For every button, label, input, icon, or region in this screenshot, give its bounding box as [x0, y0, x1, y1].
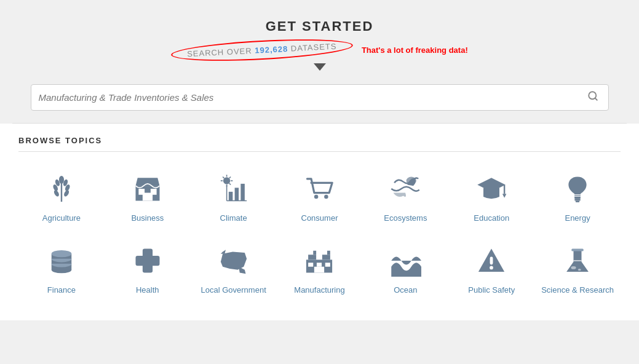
topic-ocean[interactable]: Ocean [362, 236, 448, 302]
topic-manufacturing[interactable]: Manufacturing [277, 236, 363, 302]
svg-line-19 [223, 177, 224, 178]
svg-point-43 [52, 250, 72, 257]
topics-grid: Agriculture Business [18, 164, 621, 302]
public-safety-icon [473, 242, 510, 279]
topic-finance[interactable]: Finance [18, 236, 105, 302]
consumer-icon [301, 170, 338, 207]
svg-rect-52 [317, 263, 322, 267]
svg-rect-49 [322, 255, 330, 259]
topic-ecosystems[interactable]: Ecosystems [362, 164, 448, 230]
svg-rect-34 [576, 201, 580, 202]
science-research-label: Science & Research [541, 285, 614, 296]
climate-icon [215, 170, 252, 207]
browse-title: BROWSE TOPICS [18, 136, 621, 152]
svg-point-27 [314, 195, 319, 199]
svg-line-20 [229, 183, 230, 184]
svg-rect-55 [490, 256, 493, 264]
topic-local-government[interactable]: Local Government [191, 236, 277, 302]
ecosystems-icon [387, 170, 424, 207]
top-section: GET STARTED SEARCH OVER 192,628 DATASETS… [0, 0, 639, 77]
svg-rect-51 [309, 263, 314, 267]
topic-agriculture[interactable]: Agriculture [18, 164, 105, 230]
browse-section: BROWSE TOPICS Agriculture [0, 124, 639, 320]
consumer-label: Consumer [301, 213, 338, 224]
svg-point-56 [490, 266, 493, 269]
topic-public-safety[interactable]: Public Safety [448, 236, 534, 302]
svg-point-14 [223, 177, 230, 184]
svg-marker-32 [502, 194, 507, 198]
svg-rect-22 [229, 192, 233, 201]
energy-label: Energy [565, 213, 590, 224]
business-label: Business [131, 213, 164, 224]
science-research-icon [559, 242, 596, 279]
annotation-text: That's a lot of freaking data! [362, 46, 468, 55]
svg-rect-57 [571, 248, 584, 251]
svg-rect-13 [143, 193, 153, 201]
search-input[interactable] [39, 85, 585, 110]
svg-rect-54 [314, 267, 324, 273]
ecosystems-label: Ecosystems [384, 213, 427, 224]
health-label: Health [136, 285, 159, 296]
climate-label: Climate [220, 213, 247, 224]
local-government-icon [215, 242, 252, 279]
svg-rect-53 [325, 263, 330, 267]
finance-label: Finance [47, 285, 76, 296]
svg-rect-50 [327, 251, 330, 255]
search-button[interactable] [585, 90, 601, 105]
svg-rect-33 [574, 199, 581, 200]
svg-line-1 [595, 98, 597, 100]
svg-line-21 [229, 177, 230, 178]
health-icon [129, 242, 166, 279]
topic-business[interactable]: Business [105, 164, 191, 230]
search-icon [587, 90, 598, 101]
topic-health[interactable]: Health [105, 236, 191, 302]
topic-climate[interactable]: Climate [191, 164, 277, 230]
topic-energy[interactable]: Energy [534, 164, 621, 230]
arrow-down-icon [314, 63, 326, 71]
svg-point-9 [63, 189, 69, 197]
education-icon [473, 170, 510, 207]
finance-icon [43, 242, 80, 279]
ocean-icon [387, 242, 424, 279]
svg-rect-47 [309, 255, 317, 259]
svg-point-58 [571, 266, 576, 269]
ocean-label: Ocean [394, 285, 417, 296]
energy-icon [559, 170, 596, 207]
svg-rect-48 [314, 251, 317, 255]
topic-education[interactable]: Education [448, 164, 534, 230]
education-label: Education [474, 213, 509, 224]
manufacturing-label: Manufacturing [294, 285, 344, 296]
svg-point-28 [325, 195, 329, 199]
svg-point-59 [578, 269, 581, 271]
svg-point-8 [53, 189, 60, 197]
topic-science-research[interactable]: Science & Research [534, 236, 621, 302]
svg-rect-45 [135, 256, 159, 266]
page-title: GET STARTED [12, 18, 627, 34]
svg-rect-24 [240, 184, 245, 201]
business-icon [129, 170, 166, 207]
search-bar-section [0, 77, 639, 123]
manufacturing-icon [301, 242, 338, 279]
dataset-label: DATASETS [291, 42, 337, 53]
svg-rect-23 [234, 188, 239, 200]
svg-point-3 [59, 176, 64, 184]
search-bar-wrapper [31, 84, 609, 111]
search-over-oval: SEARCH OVER 192,628 DATASETS [171, 36, 354, 64]
local-government-label: Local Government [201, 285, 266, 296]
public-safety-label: Public Safety [468, 285, 515, 296]
search-over-text: SEARCH OVER [187, 46, 252, 59]
topic-consumer[interactable]: Consumer [277, 164, 363, 230]
agriculture-label: Agriculture [42, 213, 81, 224]
agriculture-icon [43, 170, 80, 207]
dataset-count: 192,628 [255, 44, 288, 55]
